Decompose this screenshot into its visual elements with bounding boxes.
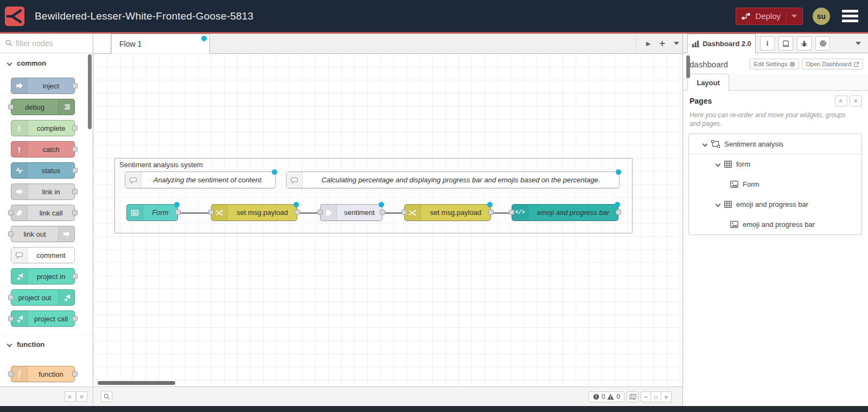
tree-item-group[interactable]: form <box>689 154 861 174</box>
flow-canvas[interactable]: Sentiment analysis system Analyzing the … <box>94 54 682 386</box>
palette-node-link-call[interactable]: link call <box>11 205 75 221</box>
input-port[interactable] <box>8 104 14 110</box>
palette-node-project-out[interactable]: project out <box>11 289 75 306</box>
palette-node-comment[interactable]: comment <box>11 247 75 263</box>
output-port[interactable] <box>175 210 181 215</box>
heartbeat-icon <box>11 163 28 178</box>
tab-menu-caret-icon[interactable] <box>674 42 679 45</box>
info-tab-button[interactable]: i <box>760 36 775 50</box>
zoom-reset-button[interactable]: ○ <box>651 391 661 402</box>
navigator-button[interactable] <box>627 391 639 402</box>
palette-collapse-all-button[interactable]: « <box>65 391 76 402</box>
palette-scrollbar[interactable] <box>88 54 92 129</box>
comment-node[interactable]: Analyzing the sentiment of content. <box>125 172 276 188</box>
modified-dot <box>379 202 384 207</box>
user-avatar[interactable]: su <box>813 8 830 25</box>
input-port[interactable] <box>317 210 323 215</box>
node-change[interactable]: set msg.payload <box>404 204 491 221</box>
input-port[interactable] <box>8 210 14 215</box>
filter-nodes-input[interactable] <box>16 39 75 48</box>
node-change[interactable]: set msg.payload <box>211 204 297 221</box>
palette-search[interactable] <box>0 34 93 53</box>
node-sentiment[interactable]: sentiment <box>320 204 382 221</box>
output-port[interactable] <box>72 83 78 88</box>
deploy-button[interactable]: Deploy <box>736 8 803 25</box>
tree-item-widget[interactable]: emoji and progress bar <box>689 214 861 234</box>
output-port[interactable] <box>295 210 300 215</box>
shuffle-icon <box>212 205 228 220</box>
help-tab-button[interactable] <box>778 36 793 50</box>
output-port[interactable] <box>72 125 78 131</box>
flowfuse-logo-icon[interactable] <box>4 6 25 27</box>
expand-all-button[interactable]: « <box>850 96 862 106</box>
output-port[interactable] <box>72 168 78 173</box>
sidebar-menu-caret-icon[interactable] <box>856 42 861 45</box>
input-port[interactable] <box>208 210 214 215</box>
input-port[interactable] <box>8 295 14 300</box>
input-port[interactable] <box>509 210 514 215</box>
palette-node-function[interactable]: f function <box>11 366 75 382</box>
main-menu-icon[interactable] <box>840 8 860 24</box>
deploy-caret-icon[interactable] <box>792 15 797 18</box>
palette-node-inject[interactable]: inject <box>11 78 75 94</box>
palette-node-complete[interactable]: ! complete <box>11 120 75 136</box>
tree-item-widget[interactable]: Form <box>689 174 861 194</box>
error-count: 0 <box>602 393 605 401</box>
instance-title: Bewildered-Lesser-White-Fronted-Goose-58… <box>35 10 253 22</box>
palette-node-project-in[interactable]: project in <box>11 268 75 284</box>
bug-icon <box>801 40 808 47</box>
output-port[interactable] <box>616 210 621 215</box>
output-port[interactable] <box>380 210 385 215</box>
status-counts[interactable]: 0 0 <box>589 391 624 402</box>
node-form[interactable]: Form <box>126 204 178 221</box>
sidebar-scrollbar[interactable] <box>686 55 690 78</box>
collapse-all-button[interactable]: « <box>835 96 847 106</box>
chevron-down-icon[interactable] <box>716 162 721 167</box>
tab-layout[interactable]: Layout <box>687 74 729 91</box>
canvas-search-button[interactable] <box>101 391 112 402</box>
zoom-out-button[interactable]: − <box>641 391 651 402</box>
tab-dashboard[interactable]: Dashboard 2.0 <box>687 34 756 53</box>
open-dashboard-button[interactable]: Open Dashboard <box>802 59 863 69</box>
chevron-down-icon[interactable] <box>716 202 721 207</box>
palette-node-project-call[interactable]: project call <box>11 310 75 327</box>
comment-node[interactable]: Calculating percentage and displaying pr… <box>286 172 620 188</box>
input-port[interactable] <box>8 316 14 321</box>
tab-list-button[interactable]: ▶ <box>646 40 650 47</box>
input-port[interactable] <box>401 210 407 215</box>
output-port[interactable] <box>488 210 494 215</box>
palette-node-link-in[interactable]: link in <box>11 183 75 200</box>
zoom-in-button[interactable]: + <box>661 391 672 402</box>
edit-settings-button[interactable]: Edit Settings <box>750 59 799 69</box>
pages-title: Pages <box>690 97 835 105</box>
output-port[interactable] <box>72 189 78 194</box>
debug-tab-button[interactable] <box>797 36 812 50</box>
input-port[interactable] <box>8 371 14 377</box>
tree-item-group[interactable]: emoji and progress bar <box>689 194 861 214</box>
project-icon <box>58 290 74 305</box>
flow-group[interactable]: Sentiment analysis system <box>114 158 633 233</box>
output-port[interactable] <box>72 371 78 377</box>
node-ui-template[interactable]: </> emoji and progress bar <box>512 204 618 221</box>
category-function[interactable]: function <box>0 334 93 354</box>
category-common[interactable]: common <box>0 53 93 73</box>
output-port[interactable] <box>72 316 78 321</box>
canvas-horizontal-scrollbar[interactable] <box>98 381 175 385</box>
config-tab-button[interactable] <box>815 36 830 50</box>
input-port[interactable] <box>8 231 14 237</box>
dashboard-name: dashboard <box>690 60 750 69</box>
table-icon <box>724 201 732 208</box>
palette-expand-all-button[interactable]: « <box>76 391 87 402</box>
flow-tab[interactable]: Flow 1 <box>111 34 210 54</box>
output-port[interactable] <box>72 147 78 152</box>
palette-node-debug[interactable]: debug <box>11 99 75 115</box>
output-port[interactable] <box>72 274 78 279</box>
output-port[interactable] <box>72 210 78 215</box>
palette-node-link-out[interactable]: link out <box>11 226 75 242</box>
palette-node-status[interactable]: status <box>11 162 75 179</box>
tree-item-page[interactable]: Sentiment analysis <box>689 134 861 154</box>
add-flow-button[interactable]: + <box>659 38 665 49</box>
palette-node-catch[interactable]: ! catch <box>11 141 75 157</box>
modified-dot <box>615 202 620 207</box>
chevron-down-icon[interactable] <box>703 141 708 147</box>
